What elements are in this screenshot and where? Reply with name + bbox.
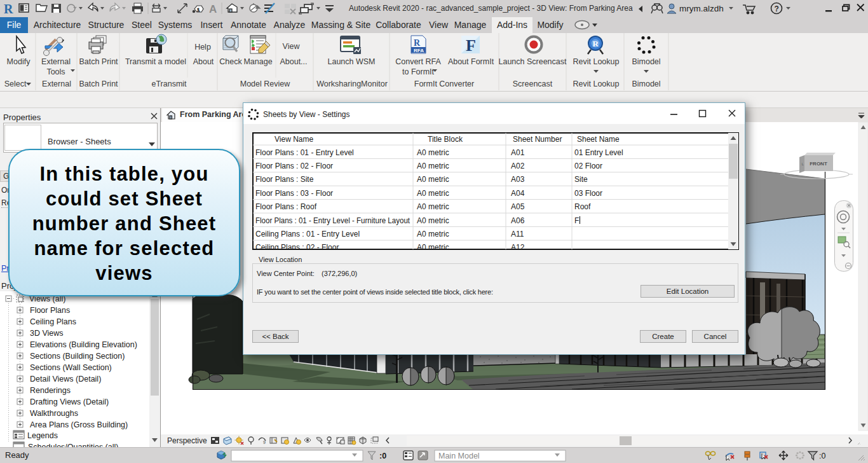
svg-text:F: F — [466, 36, 476, 55]
svg-text:Ready: Ready — [5, 450, 29, 460]
svg-text:Floor Plans : 02 - Floor: Floor Plans : 02 - Floor — [255, 162, 333, 170]
svg-text:A01: A01 — [511, 148, 525, 157]
svg-text:A0 metric: A0 metric — [417, 189, 449, 198]
svg-text:A0 metric: A0 metric — [417, 162, 449, 170]
svg-text:Help: Help — [194, 43, 211, 52]
svg-text:03 Floor: 03 Floor — [574, 189, 602, 198]
svg-text:Ceiling Plans : 01 - Entry Lev: Ceiling Plans : 01 - Entry Level — [255, 230, 360, 238]
svg-text:02 Floor: 02 Floor — [574, 162, 602, 170]
svg-text:WorksharingMonitor: WorksharingMonitor — [316, 79, 388, 88]
svg-text:Site: Site — [574, 175, 588, 184]
svg-text:R: R — [414, 38, 421, 48]
svg-text:View: View — [283, 42, 301, 51]
svg-text::0: :0 — [379, 452, 386, 460]
svg-text:01 Entry Level: 01 Entry Level — [574, 148, 623, 157]
svg-text:Screencast: Screencast — [513, 79, 553, 88]
svg-text:A0 metric: A0 metric — [417, 175, 449, 184]
svg-text:A0 metric: A0 metric — [417, 148, 449, 157]
svg-text:R: R — [593, 39, 599, 48]
svg-text:A06: A06 — [511, 216, 525, 225]
svg-text:Perspective: Perspective — [167, 436, 207, 445]
svg-text:R: R — [4, 2, 13, 16]
svg-text:Floor Plans : 01 - Entry Level: Floor Plans : 01 - Entry Level — [255, 148, 354, 157]
svg-text:A: A — [209, 3, 217, 15]
svg-text:Batch Print: Batch Print — [79, 57, 118, 66]
svg-text:Select: Select — [4, 79, 27, 88]
svg-text:?: ? — [775, 4, 779, 13]
svg-text:Model Review: Model Review — [240, 79, 290, 88]
svg-text:Main Model: Main Model — [438, 452, 480, 460]
svg-text:9: 9 — [263, 440, 266, 445]
svg-text:Bimodel: Bimodel — [632, 79, 660, 88]
svg-text:View Name: View Name — [275, 135, 313, 144]
svg-text:A11: A11 — [511, 230, 524, 238]
svg-text:mrym.alzdh: mrym.alzdh — [679, 4, 724, 13]
svg-text:FormIt Converter: FormIt Converter — [414, 79, 474, 88]
svg-text:About...: About... — [280, 57, 307, 66]
svg-text:Bimodel: Bimodel — [632, 57, 660, 66]
svg-text:Floor Plans : Roof: Floor Plans : Roof — [255, 202, 317, 211]
svg-text:Revit Lookup: Revit Lookup — [573, 79, 620, 88]
svg-text:to FormIt: to FormIt — [402, 67, 435, 76]
svg-text:Sheet Number: Sheet Number — [513, 135, 562, 144]
svg-text:Launch WSM: Launch WSM — [327, 57, 375, 66]
svg-text:FRONT: FRONT — [810, 161, 827, 167]
svg-text:A0 metric: A0 metric — [417, 216, 449, 225]
svg-text:A02: A02 — [511, 162, 525, 170]
svg-text::0: :0 — [819, 452, 825, 460]
svg-text:Floor Plans : Site: Floor Plans : Site — [255, 175, 314, 184]
svg-text:Batch Print: Batch Print — [79, 79, 118, 88]
svg-text:RFA: RFA — [414, 48, 424, 53]
svg-text:A03: A03 — [511, 175, 525, 184]
svg-text:Sheet Name: Sheet Name — [577, 135, 620, 144]
svg-text:Ceiling Plans : 02 - Floor: Ceiling Plans : 02 - Floor — [255, 243, 339, 249]
svg-text:Title Block: Title Block — [428, 135, 463, 144]
svg-text:1: 1 — [197, 7, 200, 13]
svg-text:Floor Plans : 01 - Entry Level: Floor Plans : 01 - Entry Level - Furnitu… — [255, 216, 410, 225]
svg-text:Tools: Tools — [46, 67, 65, 76]
svg-text:A05: A05 — [511, 202, 525, 211]
svg-text:Launch Screencast: Launch Screencast — [498, 57, 567, 66]
svg-text:A0 metric: A0 metric — [417, 202, 449, 211]
svg-text:Check: Check — [219, 57, 242, 66]
svg-text:External: External — [42, 79, 71, 88]
svg-text:External: External — [41, 57, 71, 66]
svg-text:A0 metric: A0 metric — [417, 243, 449, 249]
svg-text:About FormIt: About FormIt — [448, 57, 494, 66]
svg-text:Revit Lookup: Revit Lookup — [573, 57, 620, 66]
svg-text:eTransmit: eTransmit — [151, 79, 187, 88]
svg-text:Modify: Modify — [7, 57, 31, 66]
svg-text:Convert RFA: Convert RFA — [395, 57, 441, 66]
svg-text:A0 metric: A0 metric — [417, 230, 449, 238]
svg-text:A04: A04 — [511, 189, 525, 198]
svg-text:Floor Plans : 03 - Floor: Floor Plans : 03 - Floor — [255, 189, 333, 198]
svg-text:Transmit a model: Transmit a model — [125, 57, 186, 66]
svg-text:F: F — [574, 216, 579, 225]
svg-text:About: About — [193, 57, 214, 66]
svg-text:Autodesk Revit 2020 - rac_adva: Autodesk Revit 2020 - rac_advanced_sampl… — [349, 4, 633, 13]
svg-text:Roof: Roof — [574, 202, 591, 211]
svg-text:A12: A12 — [511, 243, 525, 249]
svg-text:Manage: Manage — [243, 57, 272, 66]
